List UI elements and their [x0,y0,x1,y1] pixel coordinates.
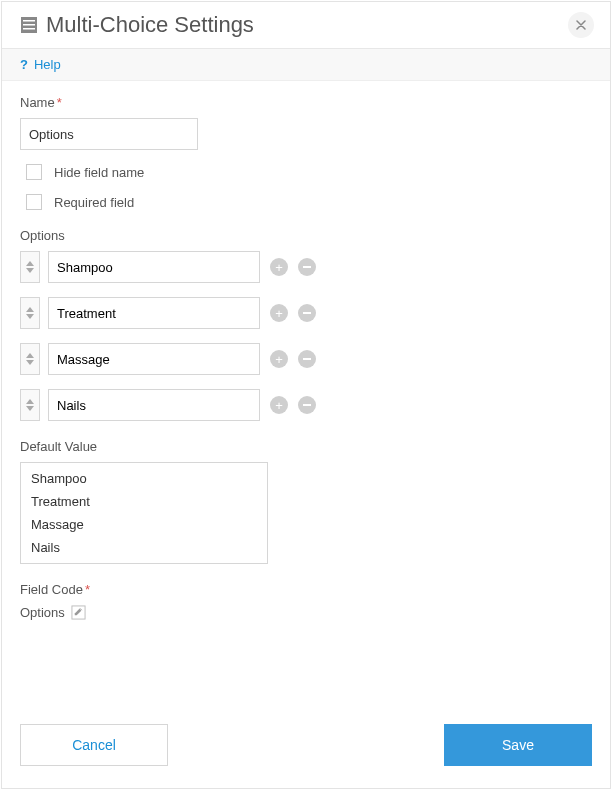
hide-field-name-label: Hide field name [54,165,144,180]
option-row: + [20,389,592,421]
required-field-label: Required field [54,195,134,210]
add-option-button[interactable]: + [270,258,288,276]
add-option-button[interactable]: + [270,304,288,322]
svg-rect-3 [23,28,35,30]
option-row: + [20,343,592,375]
required-field-row: Required field [26,194,592,210]
hide-field-name-checkbox[interactable] [26,164,42,180]
help-link[interactable]: ? Help [20,57,61,72]
option-input[interactable] [48,343,260,375]
option-row: + [20,251,592,283]
required-field-checkbox[interactable] [26,194,42,210]
options-section: Options ++++ [20,228,592,421]
dialog-footer: Cancel Save [2,712,610,788]
multi-choice-settings-dialog: Multi-Choice Settings ? Help Name* Hide … [1,1,611,789]
remove-option-button[interactable] [298,396,316,414]
default-value-item[interactable]: Massage [21,513,267,536]
remove-option-button[interactable] [298,258,316,276]
svg-rect-1 [23,20,35,22]
dialog-content: Name* Hide field name Required field Opt… [2,81,610,712]
remove-option-button[interactable] [298,304,316,322]
default-value-item[interactable]: Nails [21,536,267,559]
add-option-button[interactable]: + [270,396,288,414]
option-input[interactable] [48,297,260,329]
svg-rect-7 [303,404,311,406]
svg-rect-4 [303,266,311,268]
drag-handle[interactable] [20,343,40,375]
help-icon: ? [20,57,28,72]
svg-rect-5 [303,312,311,314]
field-code-value: Options [20,605,65,620]
close-button[interactable] [568,12,594,38]
option-input[interactable] [48,251,260,283]
name-label: Name* [20,95,592,110]
default-value-section: Default Value ShampooTreatmentMassageNai… [20,439,592,564]
name-section: Name* Hide field name Required field [20,95,592,210]
svg-rect-2 [23,24,35,26]
option-input[interactable] [48,389,260,421]
edit-field-code-button[interactable] [71,605,86,620]
field-code-section: Field Code* Options [20,582,592,620]
dialog-title: Multi-Choice Settings [46,12,568,38]
svg-rect-6 [303,358,311,360]
help-bar: ? Help [2,49,610,81]
add-option-button[interactable]: + [270,350,288,368]
remove-option-button[interactable] [298,350,316,368]
save-button[interactable]: Save [444,724,592,766]
default-value-label: Default Value [20,439,592,454]
multi-choice-icon [20,16,38,34]
hide-field-name-row: Hide field name [26,164,592,180]
option-row: + [20,297,592,329]
field-code-label: Field Code* [20,582,592,597]
dialog-header: Multi-Choice Settings [2,2,610,49]
default-value-item[interactable]: Treatment [21,490,267,513]
name-input[interactable] [20,118,198,150]
default-value-list[interactable]: ShampooTreatmentMassageNails [20,462,268,564]
drag-handle[interactable] [20,251,40,283]
cancel-button[interactable]: Cancel [20,724,168,766]
drag-handle[interactable] [20,389,40,421]
options-label: Options [20,228,592,243]
field-code-row: Options [20,605,592,620]
default-value-item[interactable]: Shampoo [21,467,267,490]
help-label: Help [34,57,61,72]
drag-handle[interactable] [20,297,40,329]
